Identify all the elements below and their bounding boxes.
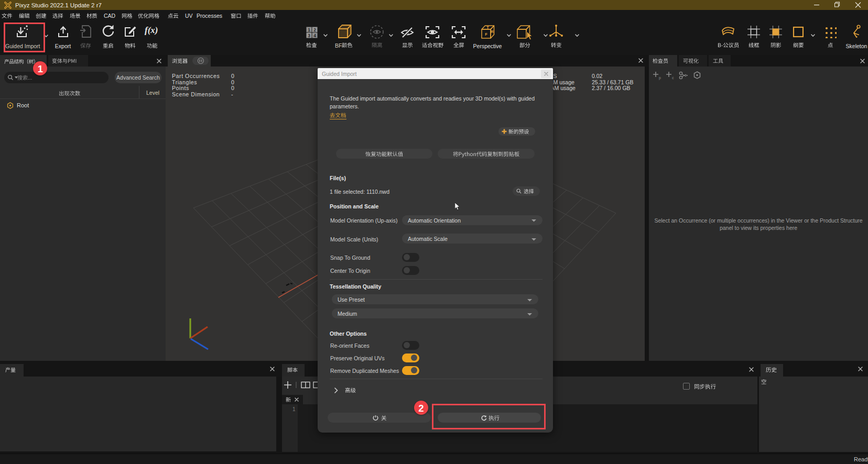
svg-text:1: 1 [308, 27, 310, 32]
svg-text:p: p [659, 76, 661, 80]
svg-text:4: 4 [313, 33, 316, 38]
svg-text:T: T [486, 25, 489, 30]
svg-text:2: 2 [313, 27, 316, 32]
svg-text:R: R [491, 30, 493, 34]
svg-text:3: 3 [308, 33, 310, 38]
svg-text:c: c [672, 76, 674, 80]
svg-text:F: F [485, 32, 487, 37]
